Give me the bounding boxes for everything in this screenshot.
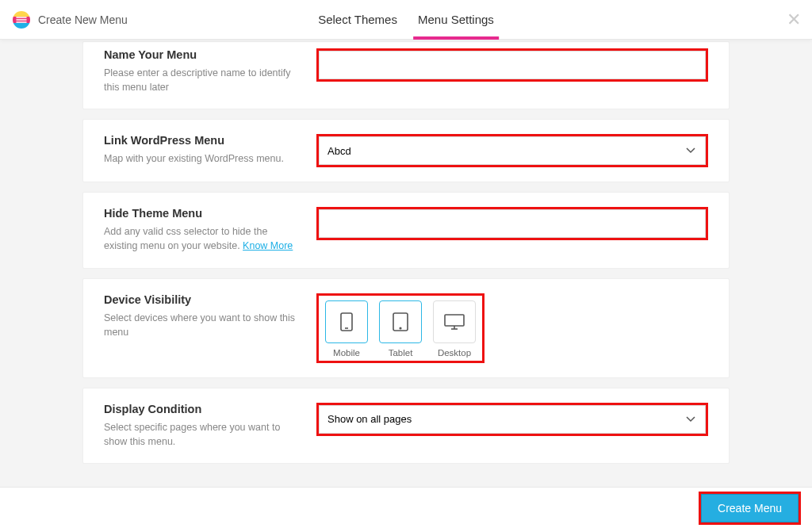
section-display-condition: Display Condition Select specific pages … [82, 388, 730, 464]
section-title: Name Your Menu [104, 48, 301, 61]
close-icon[interactable]: ✕ [787, 10, 801, 30]
section-desc: Select specific pages where you want to … [104, 420, 301, 449]
tab-bar: Select Themes Menu Settings [318, 0, 494, 39]
settings-panel: Name Your Menu Please enter a descriptiv… [0, 40, 812, 487]
wordpress-menu-select[interactable]: Abcd [319, 136, 706, 165]
section-desc: Add any valid css selector to hide the e… [104, 224, 301, 253]
section-device-visibility: Device Visibility Select devices where y… [82, 278, 730, 378]
highlight-box: Abcd [316, 134, 708, 167]
tab-select-themes[interactable]: Select Themes [318, 0, 397, 39]
svg-point-3 [400, 327, 401, 329]
section-name-menu: Name Your Menu Please enter a descriptiv… [82, 41, 730, 109]
section-title: Hide Theme Menu [104, 207, 301, 220]
device-tile-desktop[interactable] [433, 300, 476, 343]
device-label: Tablet [389, 348, 413, 358]
create-menu-button[interactable]: Create Menu [701, 494, 799, 522]
section-desc: Map with your existing WordPress menu. [104, 151, 301, 166]
device-tile-tablet[interactable] [379, 300, 422, 343]
device-option-desktop: Desktop [433, 300, 476, 358]
highlight-box: Show on all pages [316, 403, 708, 436]
modal-footer: Create Menu [0, 487, 812, 528]
page-title: Create New Menu [38, 13, 128, 26]
tablet-icon [392, 312, 409, 332]
brand-logo-icon [13, 11, 30, 29]
section-desc: Please enter a descriptive name to ident… [104, 66, 301, 94]
highlight-box [316, 48, 708, 82]
device-tile-mobile[interactable] [325, 300, 368, 343]
section-title: Link WordPress Menu [104, 134, 301, 147]
device-option-mobile: Mobile [325, 300, 368, 358]
menu-name-input[interactable] [319, 51, 706, 79]
highlight-box [316, 207, 708, 240]
section-desc: Select devices where you want to show th… [104, 311, 301, 339]
css-selector-input[interactable] [319, 209, 706, 238]
svg-rect-4 [445, 315, 464, 326]
modal-header: Create New Menu Select Themes Menu Setti… [0, 0, 812, 40]
section-hide-theme: Hide Theme Menu Add any valid css select… [82, 192, 730, 268]
section-link-wordpress: Link WordPress Menu Map with your existi… [82, 119, 730, 182]
highlight-box: Mobile Tablet Desktop [316, 293, 485, 363]
section-title: Display Condition [104, 403, 301, 415]
device-label: Desktop [438, 348, 471, 358]
display-condition-select[interactable]: Show on all pages [319, 405, 706, 434]
highlight-box: Create Menu [699, 492, 801, 525]
tab-menu-settings[interactable]: Menu Settings [418, 0, 494, 39]
logo-title-group: Create New Menu [0, 11, 128, 29]
desktop-icon [443, 313, 465, 331]
mobile-icon [339, 312, 354, 332]
device-label: Mobile [333, 348, 360, 358]
section-title: Device Visibility [104, 293, 301, 306]
device-option-tablet: Tablet [379, 300, 422, 358]
know-more-link[interactable]: Know More [243, 240, 293, 251]
